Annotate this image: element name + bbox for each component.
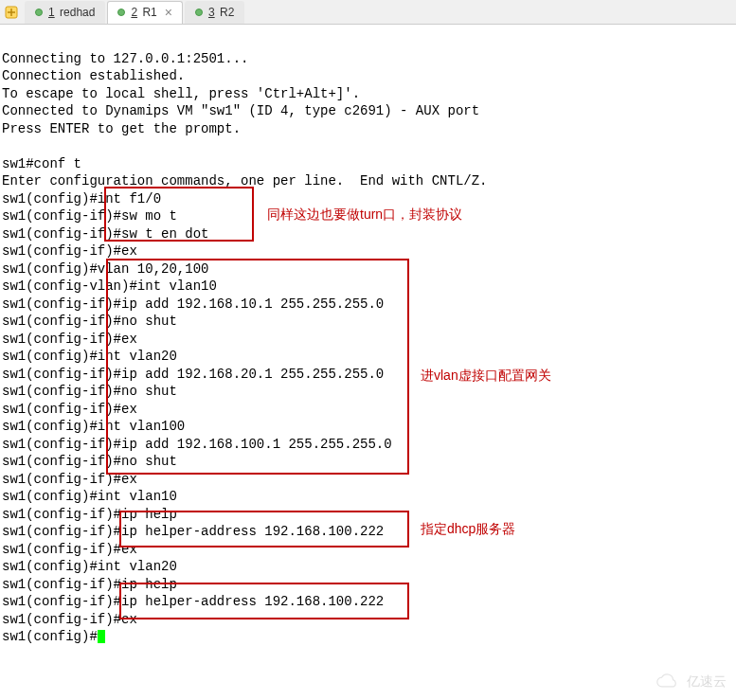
- tab-r2[interactable]: 3 R2: [185, 1, 244, 24]
- tab-label: 1 redhad: [48, 6, 95, 19]
- terminal-cursor: [98, 630, 105, 643]
- add-tab-button[interactable]: [2, 3, 21, 22]
- tab-redhad[interactable]: 1 redhad: [25, 1, 105, 24]
- watermark: 亿速云: [653, 673, 727, 691]
- tab-label: 2 R1: [131, 6, 156, 19]
- tab-r1[interactable]: 2 R1 ×: [107, 1, 183, 24]
- close-icon[interactable]: ×: [165, 6, 172, 19]
- status-dot-icon: [117, 9, 125, 16]
- tab-bar: 1 redhad 2 R1 × 3 R2: [0, 0, 736, 25]
- status-dot-icon: [195, 9, 203, 16]
- terminal-output[interactable]: Connecting to 127.0.0.1:2501... Connecti…: [0, 25, 736, 648]
- status-dot-icon: [35, 9, 43, 16]
- tab-label: 3 R2: [208, 6, 234, 19]
- cloud-icon: [653, 673, 683, 691]
